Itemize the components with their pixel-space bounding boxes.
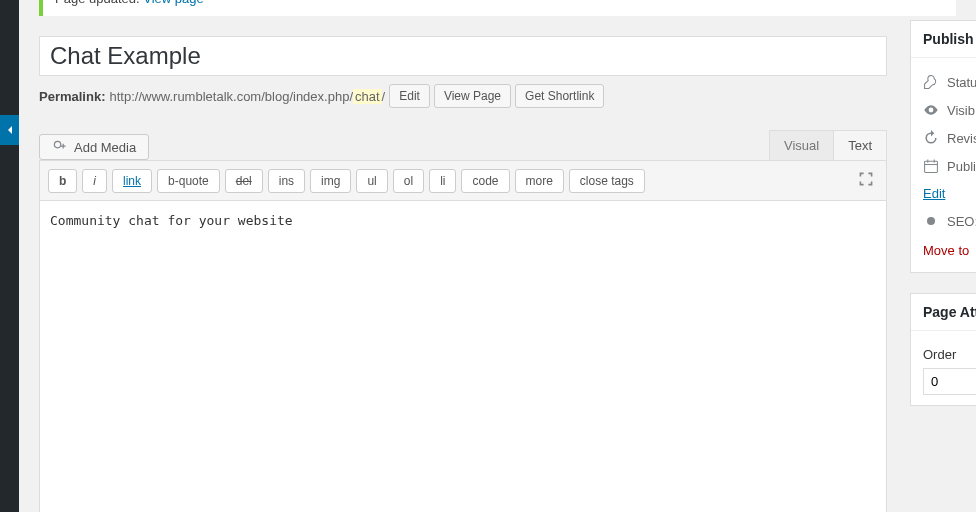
attributes-heading: Page Att [911,294,976,331]
qt-more[interactable]: more [515,169,564,193]
editor-top-bar: Add Media Visual Text [39,130,887,160]
edit-published-row: Edit [923,180,976,207]
permalink-url: http://www.rumbletalk.com/blog/index.php… [109,89,385,104]
permalink-row: Permalink: http://www.rumbletalk.com/blo… [39,84,887,108]
qt-code[interactable]: code [461,169,509,193]
update-notice: Page updated. View page [39,0,956,16]
move-to-trash-link[interactable]: Move to [923,235,976,262]
page-attributes-box: Page Att Order [910,293,976,406]
qt-ol[interactable]: ol [393,169,424,193]
tab-text[interactable]: Text [833,130,887,160]
revisions-icon [923,130,939,146]
qt-ul[interactable]: ul [356,169,387,193]
view-page-button[interactable]: View Page [434,84,511,108]
side-column: Publish Statu Visib Revis Publi [910,20,976,426]
fullscreen-icon [858,171,874,187]
qt-ins[interactable]: ins [268,169,305,193]
revisions-row: Revis [923,124,976,152]
status-row: Statu [923,68,976,96]
qt-del[interactable]: del [225,169,263,193]
collapse-menu-button[interactable] [0,115,19,145]
svg-point-2 [927,217,935,225]
view-page-link[interactable]: View page [143,0,203,6]
permalink-label: Permalink: [39,89,105,104]
add-media-button[interactable]: Add Media [39,134,149,160]
publish-body: Statu Visib Revis Publi Edit [911,58,976,272]
qt-bold[interactable]: b [48,169,77,193]
order-input[interactable] [923,368,976,395]
edit-published-link[interactable]: Edit [923,186,945,201]
admin-collapsed-sidebar [0,0,19,512]
seo-dot-icon [923,213,939,229]
publish-heading: Publish [911,21,976,58]
fullscreen-toggle[interactable] [854,167,878,194]
svg-point-0 [54,141,60,147]
chevron-left-icon [5,125,15,135]
qt-link[interactable]: link [112,169,152,193]
edit-permalink-button[interactable]: Edit [389,84,430,108]
content-textarea[interactable] [40,201,886,512]
publish-box: Publish Statu Visib Revis Publi [910,20,976,273]
svg-rect-1 [925,161,938,172]
qt-italic[interactable]: i [82,169,107,193]
key-icon [923,74,939,90]
published-row: Publi [923,152,976,180]
notice-text: Page updated. [55,0,143,6]
qt-close-tags[interactable]: close tags [569,169,645,193]
content-area: Page updated. View page Permalink: http:… [19,0,976,512]
seo-row: SEO: [923,207,976,235]
post-title-input[interactable] [39,36,887,76]
permalink-slug: chat [353,89,382,104]
calendar-icon [923,158,939,174]
media-icon [52,139,68,155]
qt-li[interactable]: li [429,169,456,193]
order-label: Order [923,347,976,362]
qt-img[interactable]: img [310,169,351,193]
get-shortlink-button[interactable]: Get Shortlink [515,84,604,108]
main-column: Permalink: http://www.rumbletalk.com/blo… [39,36,887,512]
editor-container: b i link b-quote del ins img ul ol li co… [39,160,887,512]
tab-visual[interactable]: Visual [769,130,834,160]
editor-mode-tabs: Visual Text [770,130,887,160]
quicktags-toolbar: b i link b-quote del ins img ul ol li co… [40,161,886,201]
visibility-row: Visib [923,96,976,124]
qt-blockquote[interactable]: b-quote [157,169,220,193]
attributes-body: Order [911,331,976,405]
eye-icon [923,102,939,118]
